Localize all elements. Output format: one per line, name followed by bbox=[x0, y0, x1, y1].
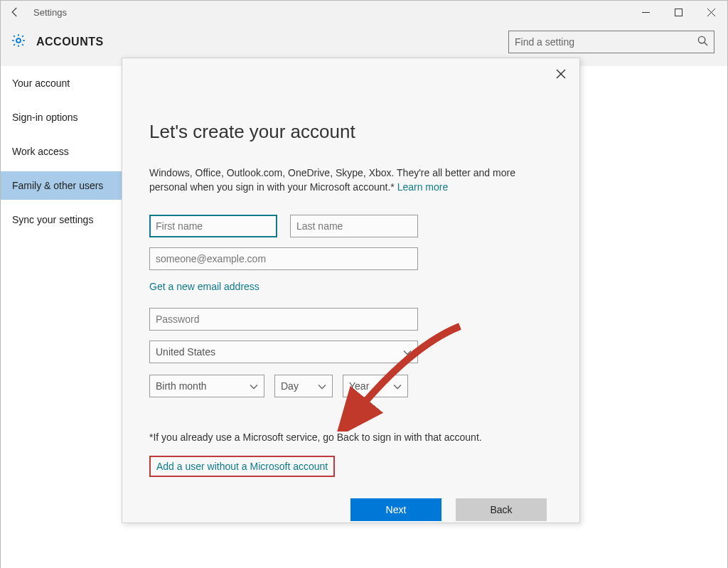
settings-window: Settings ACCOUNTS Your accou bbox=[0, 0, 728, 568]
maximize-button[interactable] bbox=[662, 1, 695, 23]
dialog-paragraph: Windows, Office, Outlook.com, OneDrive, … bbox=[149, 166, 540, 195]
birth-month-select[interactable]: Birth month bbox=[149, 375, 264, 397]
titlebar: Settings bbox=[1, 1, 727, 23]
add-without-ms-highlight: Add a user without a Microsoft account bbox=[149, 456, 335, 477]
birth-day-select[interactable]: Day bbox=[274, 375, 333, 397]
email-field[interactable] bbox=[149, 247, 418, 270]
new-email-link[interactable]: Get a new email address bbox=[149, 281, 259, 292]
create-account-dialog: Let's create your account Windows, Offic… bbox=[122, 58, 580, 523]
learn-more-link[interactable]: Learn more bbox=[397, 181, 449, 193]
back-button[interactable] bbox=[1, 1, 29, 23]
add-without-ms-link[interactable]: Add a user without a Microsoft account bbox=[156, 461, 328, 472]
search-icon bbox=[697, 36, 708, 49]
close-icon[interactable] bbox=[552, 65, 569, 82]
birth-year-label: Year bbox=[349, 380, 369, 392]
country-select[interactable]: United States bbox=[149, 341, 418, 363]
already-use-note: *If you already use a Microsoft service,… bbox=[149, 432, 552, 443]
chevron-down-icon bbox=[318, 380, 326, 392]
svg-point-4 bbox=[16, 38, 21, 43]
birth-year-select[interactable]: Year bbox=[343, 375, 408, 397]
back-button[interactable]: Back bbox=[456, 498, 547, 521]
chevron-down-icon bbox=[393, 380, 402, 392]
search-input[interactable] bbox=[515, 36, 693, 48]
search-box[interactable] bbox=[508, 31, 714, 53]
minimize-button[interactable] bbox=[629, 1, 662, 23]
gear-icon bbox=[11, 33, 26, 51]
svg-line-6 bbox=[705, 42, 707, 45]
birth-month-label: Birth month bbox=[156, 380, 207, 392]
next-button[interactable]: Next bbox=[350, 498, 441, 521]
close-button[interactable] bbox=[695, 1, 727, 23]
svg-rect-1 bbox=[675, 9, 682, 16]
first-name-field[interactable] bbox=[149, 215, 277, 237]
dialog-title: Let's create your account bbox=[149, 121, 552, 143]
password-field[interactable] bbox=[149, 308, 418, 331]
svg-point-5 bbox=[698, 36, 705, 43]
last-name-field[interactable] bbox=[290, 215, 418, 237]
country-value: United States bbox=[156, 346, 215, 358]
dialog-para-text: Windows, Office, Outlook.com, OneDrive, … bbox=[149, 167, 515, 193]
birth-day-label: Day bbox=[281, 380, 299, 392]
window-title: Settings bbox=[29, 7, 67, 18]
page-title: ACCOUNTS bbox=[36, 36, 104, 48]
chevron-down-icon bbox=[403, 346, 412, 358]
chevron-down-icon bbox=[250, 380, 258, 392]
